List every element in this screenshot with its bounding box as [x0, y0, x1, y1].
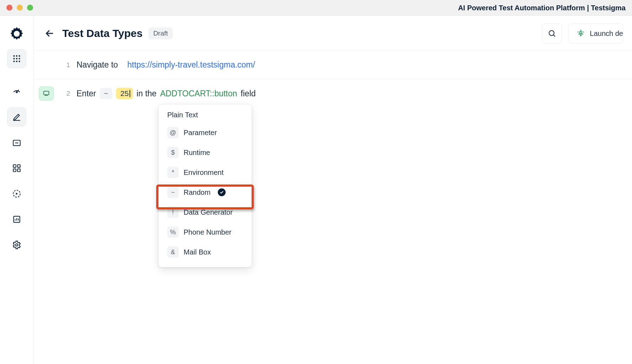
dropdown-item-runtime[interactable]: $ Runtime — [159, 143, 252, 162]
svg-point-23 — [47, 95, 48, 96]
svg-point-2 — [19, 55, 20, 57]
svg-point-4 — [16, 58, 17, 59]
svg-rect-11 — [13, 165, 16, 167]
dropdown-header: Plain Text — [159, 111, 252, 123]
svg-point-7 — [16, 60, 17, 62]
page-title: Test Data Types — [62, 27, 143, 39]
dropdown-item-label: Mail Box — [184, 248, 211, 256]
step-row[interactable]: 1 Navigate to https://simply-travel.test… — [34, 51, 632, 79]
launch-button-label: Launch de — [590, 30, 623, 38]
step-element[interactable]: ADDTOCART::button — [160, 89, 237, 98]
svg-point-22 — [46, 95, 47, 96]
dropdown-item-data-generator[interactable]: ! Data Generator — [159, 202, 252, 222]
dollar-icon: $ — [167, 147, 179, 158]
percent-icon: % — [167, 226, 179, 238]
svg-point-0 — [13, 55, 15, 57]
svg-rect-20 — [44, 91, 49, 95]
exclaim-icon: ! — [167, 207, 179, 218]
svg-point-19 — [580, 31, 582, 33]
sidebar-item-apps[interactable] — [7, 49, 26, 68]
svg-point-21 — [45, 95, 46, 96]
svg-point-6 — [13, 60, 15, 62]
page-header: Test Data Types Draft Launch de — [34, 16, 632, 51]
dropdown-item-random[interactable]: ~ Random — [159, 182, 252, 202]
data-type-indicator[interactable]: ~ — [100, 88, 112, 99]
close-window-button[interactable] — [6, 5, 12, 11]
step-text-mid: in the — [137, 89, 157, 98]
svg-rect-13 — [13, 169, 16, 172]
back-button[interactable] — [42, 26, 57, 41]
dropdown-item-label: Phone Number — [184, 228, 232, 236]
dropdown-item-phone-number[interactable]: % Phone Number — [159, 222, 252, 242]
step-verb: Navigate to — [77, 60, 118, 70]
window-title: AI Powered Test Automation Platform | Te… — [458, 4, 626, 12]
svg-rect-12 — [17, 165, 20, 167]
step-row[interactable]: 2 Enter ~ 25 in the ADDTOCART::button fi… — [34, 79, 632, 108]
dropdown-item-label: Parameter — [184, 129, 217, 137]
step-url[interactable]: https://simply-travel.testsigma.com/ — [127, 60, 255, 70]
dropdown-item-label: Data Generator — [184, 208, 233, 216]
svg-point-17 — [16, 244, 18, 246]
dropdown-item-environment[interactable]: * Environment — [159, 162, 252, 182]
svg-point-18 — [549, 31, 554, 36]
sidebar-item-settings[interactable] — [7, 235, 26, 255]
sidebar-item-components[interactable] — [7, 159, 26, 178]
dropdown-item-label: Environment — [184, 168, 223, 177]
svg-point-3 — [13, 58, 15, 59]
nlp-badge[interactable] — [39, 86, 54, 101]
svg-rect-14 — [17, 169, 20, 172]
step-text-suffix: field — [241, 89, 256, 98]
launch-button[interactable]: Launch de — [568, 23, 623, 43]
sidebar-item-edit[interactable] — [7, 107, 26, 127]
sidebar-item-runs[interactable] — [7, 184, 26, 203]
sidebar-item-dashboard[interactable] — [7, 82, 26, 101]
maximize-window-button[interactable] — [27, 5, 33, 11]
step-number: 1 — [59, 61, 77, 69]
dropdown-item-mail-box[interactable]: & Mail Box — [159, 242, 252, 262]
data-type-dropdown[interactable]: Plain Text @ Parameter $ Runtime * Envir… — [158, 104, 252, 267]
svg-point-8 — [19, 60, 20, 62]
dropdown-item-label: Runtime — [184, 149, 210, 157]
svg-point-9 — [16, 92, 17, 93]
traffic-lights — [6, 5, 33, 11]
steps-list: 1 Navigate to https://simply-travel.test… — [34, 51, 632, 364]
at-icon: @ — [167, 127, 179, 138]
minimize-window-button[interactable] — [17, 5, 23, 11]
sidebar-item-folders[interactable] — [7, 133, 26, 152]
sidebar — [0, 16, 34, 364]
step-number: 2 — [59, 90, 77, 97]
dropdown-item-label: Random — [184, 188, 211, 197]
check-icon — [218, 188, 226, 196]
svg-point-5 — [19, 58, 20, 59]
step-verb: Enter — [77, 89, 96, 98]
svg-point-1 — [16, 55, 17, 57]
ampersand-icon: & — [167, 246, 179, 258]
status-badge: Draft — [148, 27, 173, 39]
titlebar: AI Powered Test Automation Platform | Te… — [0, 0, 632, 16]
search-button[interactable] — [542, 23, 562, 43]
app-logo[interactable] — [8, 25, 26, 43]
sidebar-item-reports[interactable] — [7, 210, 26, 229]
dropdown-item-parameter[interactable]: @ Parameter — [159, 123, 252, 143]
asterisk-icon: * — [167, 167, 179, 178]
data-value[interactable]: 25 — [116, 88, 133, 99]
tilde-icon: ~ — [167, 187, 179, 198]
